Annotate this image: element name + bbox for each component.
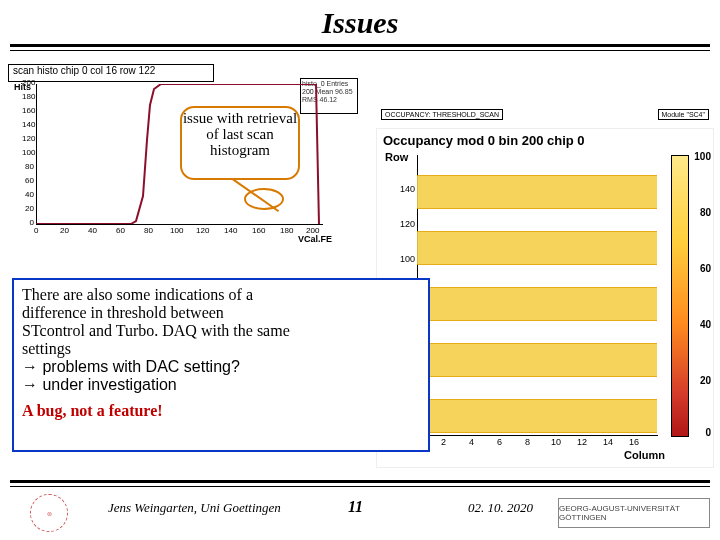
ctick: 0 [705,427,711,438]
ctick: 100 [694,151,711,162]
institute-seal-icon: ⊛ [30,494,68,532]
xtick: 80 [144,226,153,235]
ytick: 160 [22,106,34,115]
ctick: 80 [700,207,711,218]
ytick: 0 [22,218,34,227]
notes-line: STcontrol and Turbo. DAQ with the same [22,322,290,339]
ytick: 200 [22,78,34,87]
university-logo: GEORG-AUGUST-UNIVERSITÄT GÖTTINGEN [558,498,710,528]
callout-ring [244,188,284,210]
footer-author: Jens Weingarten, Uni Goettingen [108,500,281,516]
slide: Issues scan histo chip 0 col 16 row 122 … [0,0,720,540]
divider [10,486,710,487]
xtick: 2 [441,437,446,447]
ytick: 120 [22,134,34,143]
ytick: 120 [399,219,415,229]
ytick: 140 [22,120,34,129]
xtick: 6 [497,437,502,447]
footer-page-number: 11 [348,498,363,516]
xtick: 0 [34,226,38,235]
notes-line: settings [22,340,71,357]
divider [10,50,710,51]
xtick: 60 [116,226,125,235]
ytick: 40 [22,190,34,199]
colorbar [671,155,689,437]
ytick: 20 [22,204,34,213]
notes-line: difference in threshold between [22,304,224,321]
heatmap-band [417,287,657,321]
chart2-window-title: OCCUPANCY: THRESHOLD_SCAN [381,109,503,120]
xtick: 120 [196,226,209,235]
ytick: 180 [22,92,34,101]
xtick: 20 [60,226,69,235]
ytick: 80 [22,162,34,171]
ctick: 20 [700,375,711,386]
chart2-ylabel: Row [385,151,408,163]
heatmap-band [417,343,657,377]
heatmap-band [417,231,657,265]
ctick: 60 [700,263,711,274]
notes-line: → under investigation [22,376,177,393]
ctick: 40 [700,319,711,330]
chart1-title: scan histo chip 0 col 16 row 122 [8,64,214,82]
page-title: Issues [0,6,720,40]
xtick: 10 [551,437,561,447]
ytick: 100 [22,148,34,157]
xtick: 40 [88,226,97,235]
xtick: 16 [629,437,639,447]
callout-bubble: issue with retrieval of last scan histog… [180,106,300,180]
notes-line: There are also some indications of a [22,286,253,303]
heatmap-band [417,175,657,209]
ytick: 60 [22,176,34,185]
ytick: 140 [399,184,415,194]
chart1-xlabel: VCal.FE [298,234,332,244]
divider [10,480,710,483]
footer-date: 02. 10. 2020 [468,500,533,516]
xtick: 12 [577,437,587,447]
ytick: 100 [399,254,415,264]
xtick: 180 [280,226,293,235]
heatmap-band [417,399,657,433]
divider [10,44,710,47]
xtick: 100 [170,226,183,235]
xtick: 8 [525,437,530,447]
xtick: 14 [603,437,613,447]
xtick: 140 [224,226,237,235]
chart2-title: Occupancy mod 0 bin 200 chip 0 [383,133,585,148]
chart2-xlabel: Column [624,449,665,461]
notes-box: There are also some indications of a dif… [12,278,430,452]
xtick: 4 [469,437,474,447]
chart2-module: Module "SC4" [658,109,710,120]
notes-line: → problems with DAC setting? [22,358,240,375]
notes-emphasis: A bug, not a feature! [22,402,420,420]
